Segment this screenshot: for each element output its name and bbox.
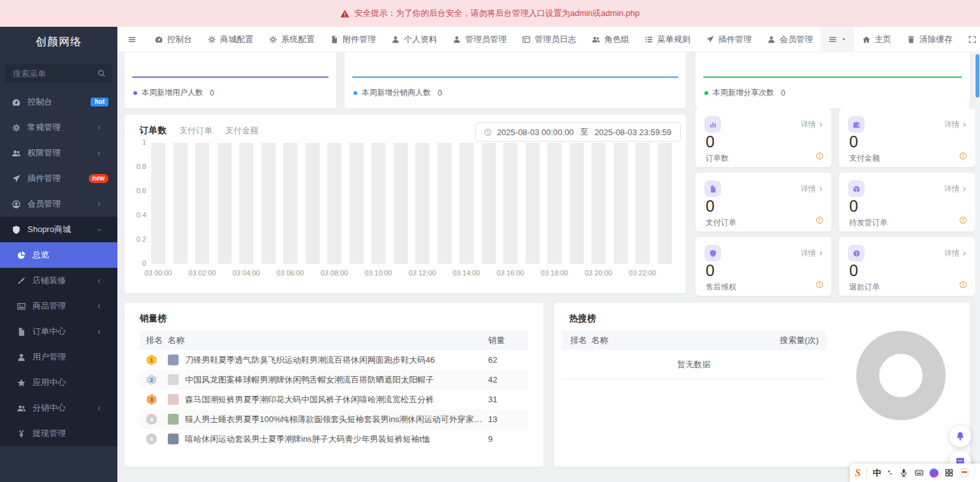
users-icon bbox=[591, 35, 600, 44]
chart-bar bbox=[327, 143, 341, 264]
warning-icon bbox=[340, 9, 350, 18]
x-axis-label: 03 12:00 bbox=[401, 269, 444, 277]
sidebar-item-app[interactable]: 应用中心 bbox=[0, 370, 117, 395]
rank-cell: 4 bbox=[140, 414, 168, 425]
scrollbar-thumb[interactable] bbox=[976, 54, 979, 98]
detail-link[interactable]: 详情 bbox=[944, 184, 967, 194]
sidebar-search-input[interactable] bbox=[5, 64, 94, 83]
clear-cache-button[interactable]: 清除缓存 bbox=[899, 27, 960, 52]
column-header: 搜索量(次) bbox=[780, 335, 826, 346]
sidebar-item-overview[interactable]: 总览 bbox=[0, 242, 117, 268]
detail-link[interactable]: 详情 bbox=[801, 184, 824, 194]
stat-icon-wrap bbox=[848, 245, 865, 261]
chart-bar bbox=[614, 143, 628, 264]
trash-icon bbox=[907, 35, 916, 44]
scrollbar-track[interactable] bbox=[975, 52, 980, 482]
sidebar-toggle-button[interactable] bbox=[117, 27, 147, 52]
home-button[interactable]: 主页 bbox=[854, 27, 899, 52]
date-start[interactable]: 2025-08-03 00:00:00 bbox=[496, 128, 575, 137]
x-axis-label: 03 04:00 bbox=[225, 269, 268, 277]
brand-title: 创颜网络 bbox=[0, 27, 117, 49]
sidebar-item-label: 插件管理 bbox=[27, 173, 89, 184]
sidebar-item-label: Shopro商城 bbox=[27, 224, 96, 235]
topnav-item-system-config[interactable]: 系统配置 bbox=[261, 27, 322, 52]
tab-支付金额[interactable]: 支付金额 bbox=[225, 125, 258, 136]
detail-link[interactable]: 详情 bbox=[944, 248, 967, 259]
topnav-item-addon-manage[interactable]: 插件管理 bbox=[698, 27, 759, 52]
hot-search-title: 热搜榜 bbox=[569, 313, 596, 325]
chevL-icon bbox=[96, 201, 102, 207]
security-banner: 安全提示：为了你的后台安全，请勿将后台管理入口设置为admin或admin.ph… bbox=[0, 0, 980, 27]
chart-bar bbox=[570, 143, 584, 264]
sidebar-item-commission[interactable]: 分销中心 bbox=[0, 395, 117, 421]
sales-rank-title: 销量榜 bbox=[140, 313, 167, 325]
topnav-item-menu-rule[interactable]: 菜单规则 bbox=[637, 27, 698, 52]
sales-table-header: 排名名称销量 bbox=[140, 331, 528, 350]
tab-支付订单[interactable]: 支付订单 bbox=[179, 125, 212, 136]
ime-language-mode[interactable]: 中 bbox=[873, 467, 881, 479]
topnav-item-mall-config[interactable]: 商城配置 bbox=[200, 27, 261, 52]
chart-bar bbox=[283, 143, 297, 264]
date-range-picker[interactable]: 2025-08-03 00:00:00 至 2025-08-03 23:59:5… bbox=[475, 122, 681, 142]
date-end[interactable]: 2025-08-03 23:59:59 bbox=[593, 128, 672, 137]
x-axis-label: 03 08:00 bbox=[313, 269, 356, 277]
detail-link[interactable]: 详情 bbox=[944, 119, 967, 130]
topnav-item-label: 插件管理 bbox=[718, 34, 752, 45]
sidebar-item-general[interactable]: 常规管理 bbox=[0, 115, 117, 140]
y-axis-label: 0.2 bbox=[130, 235, 146, 243]
skin-icon[interactable] bbox=[930, 469, 939, 478]
punctuation-icon[interactable] bbox=[887, 468, 893, 478]
sidebar-item-goods[interactable]: 商品管理 bbox=[0, 293, 117, 319]
topnav-item-console[interactable]: 控制台 bbox=[147, 27, 200, 52]
topnav-item-attachment[interactable]: 附件管理 bbox=[322, 27, 383, 52]
tab-订单数[interactable]: 订单数 bbox=[140, 125, 167, 136]
ime-logo[interactable]: S bbox=[855, 467, 861, 479]
sidebar-item-label: 控制台 bbox=[27, 96, 91, 108]
stat-icon-wrap bbox=[848, 180, 865, 197]
sidebar-item-console[interactable]: 控制台hot bbox=[0, 89, 117, 115]
sidebar-item-order[interactable]: 订单中心 bbox=[0, 319, 117, 344]
detail-link[interactable]: 详情 bbox=[801, 248, 824, 259]
sidebar-item-auth[interactable]: 权限管理 bbox=[0, 140, 117, 166]
topnav-item-profile[interactable]: 个人资料 bbox=[383, 27, 445, 52]
x-axis-label: 03 16:00 bbox=[489, 269, 532, 277]
microphone-icon[interactable] bbox=[899, 468, 909, 478]
emoji-icon[interactable] bbox=[960, 468, 969, 478]
sidebar-item-decorate[interactable]: 店铺装修 bbox=[0, 268, 117, 293]
notification-fab[interactable] bbox=[949, 425, 971, 447]
cogs-icon bbox=[207, 35, 216, 44]
topnav-item-role-group[interactable]: 角色组 bbox=[584, 27, 637, 52]
chart-bar bbox=[658, 143, 672, 264]
stat-value: 0 bbox=[706, 197, 715, 215]
chart-bar bbox=[394, 143, 408, 264]
sidebar-item-shopro[interactable]: Shopro商城 bbox=[0, 217, 117, 242]
sales-value: 42 bbox=[488, 375, 528, 384]
y-axis-label: 0.8 bbox=[130, 163, 146, 170]
tabs-dropdown-button[interactable] bbox=[820, 27, 854, 52]
table-row: 5嘻哈休闲运动套装男士夏季潮牌ins胖子大码青少年男装短裤短袖t恤9 bbox=[140, 429, 528, 449]
sales-rank-panel: 销量榜 排名名称销量 1刀锋男鞋夏季透气防臭飞织运动鞋男潮流百搭休闲网面跑步鞋大… bbox=[124, 303, 544, 467]
sidebar-item-label: 店铺装修 bbox=[33, 275, 96, 286]
detail-link[interactable]: 详情 bbox=[801, 119, 824, 130]
topnav-item-admin-log[interactable]: 管理员日志 bbox=[514, 27, 584, 52]
topnav-item-member-manage[interactable]: 会员管理 bbox=[759, 27, 820, 52]
chart-bar bbox=[591, 143, 605, 264]
column-header: 排名 bbox=[561, 335, 591, 346]
topnav-item-admin-manage[interactable]: 管理员管理 bbox=[445, 27, 514, 52]
sidebar-item-addon[interactable]: 插件管理new bbox=[0, 166, 117, 191]
fullscreen-button[interactable] bbox=[960, 27, 980, 52]
stat-card-pay-orders: 详情0支付订单 bbox=[695, 173, 831, 231]
topnav-left: 控制台商城配置系统配置附件管理个人资料管理员管理管理员日志角色组菜单规则插件管理… bbox=[147, 27, 820, 52]
sidebar-item-member[interactable]: 会员管理 bbox=[0, 191, 117, 217]
sidebar-item-label: 应用中心 bbox=[33, 377, 108, 388]
keyboard-icon[interactable] bbox=[914, 468, 924, 478]
pie-icon bbox=[17, 251, 26, 260]
stat-card-to-ship-orders: 详情0待发货订单 bbox=[839, 173, 975, 231]
apps-grid-icon[interactable] bbox=[944, 468, 954, 478]
sidebar-item-withdraw[interactable]: 提现管理 bbox=[0, 421, 117, 446]
table-row: 3森马国潮短裤男夏季潮印花大码中国风裤子休闲嘻哈潮流宽松五分裤31 bbox=[140, 390, 528, 409]
stat-label: 支付金额 bbox=[849, 153, 880, 164]
sidebar-item-user[interactable]: 用户管理 bbox=[0, 344, 117, 370]
chart-bar bbox=[482, 143, 496, 264]
warn-circle-icon bbox=[815, 150, 824, 161]
